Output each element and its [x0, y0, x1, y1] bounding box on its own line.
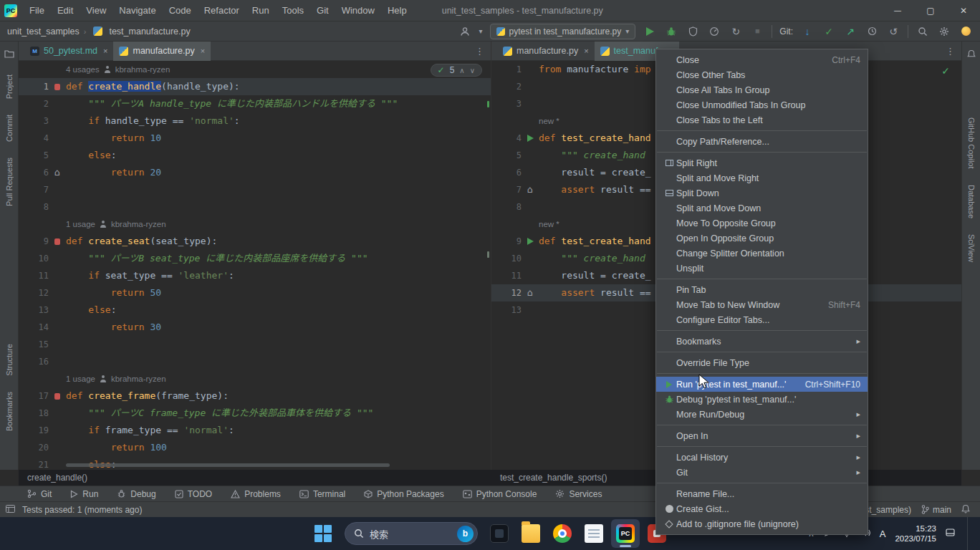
line-number[interactable]: 7 — [19, 181, 64, 198]
menubar-item-window[interactable]: Window — [335, 0, 381, 21]
close-tab-icon[interactable]: × — [103, 47, 107, 55]
code-line[interactable]: 9def create_seat(seat_type): — [19, 233, 491, 250]
status-message[interactable]: Tests passed: 1 (moments ago) — [22, 505, 142, 515]
breadcrumb-project[interactable]: unit_test_samples — [7, 26, 80, 37]
git-branch-widget[interactable]: main — [921, 505, 951, 515]
menu-item-change-splitter-orientation[interactable]: Change Splitter Orientation — [656, 246, 868, 261]
taskbar-clock[interactable]: 15:23 2023/07/15 — [895, 524, 936, 544]
line-number[interactable]: 11 — [491, 267, 537, 284]
run-test-icon[interactable] — [525, 133, 535, 143]
menu-item-move-tab-to-new-window[interactable]: Move Tab to New WindowShift+F4 — [656, 297, 868, 312]
rerun-icon[interactable]: ↻ — [729, 24, 743, 39]
plugin-notification-icon[interactable] — [959, 24, 973, 39]
taskbar-search[interactable]: 検索 b — [345, 522, 478, 545]
maximize-icon[interactable] — [914, 0, 947, 21]
line-number[interactable]: 9 — [491, 233, 537, 250]
tool-window-button-terminal[interactable]: Terminal — [299, 489, 345, 499]
profiler-button[interactable] — [707, 24, 721, 39]
line-number[interactable]: 8 — [491, 198, 537, 216]
notification-center-icon[interactable] — [946, 528, 955, 539]
editor-left[interactable]: ✓ 5 ∧ ∨ 4 usageskbrahma-ryzen1def create… — [19, 61, 491, 470]
menubar-item-code[interactable]: Code — [163, 0, 198, 21]
menu-item-close[interactable]: CloseCtrl+F4 — [656, 52, 868, 67]
tool-window-switcher-icon[interactable] — [6, 505, 15, 515]
code-line[interactable]: 17def create_frame(frame_type): — [19, 387, 491, 405]
menubar-item-navigate[interactable]: Navigate — [112, 0, 162, 21]
ime-indicator[interactable]: A — [880, 529, 886, 539]
code-line[interactable]: 7 — [19, 181, 491, 198]
line-number[interactable]: 1 — [19, 78, 64, 95]
stripe-item-project[interactable]: Project — [5, 74, 14, 99]
line-number[interactable]: 3 — [491, 95, 537, 112]
line-number[interactable]: 2 — [19, 95, 64, 112]
menu-item-git[interactable]: Git▸ — [656, 465, 868, 480]
code-line[interactable]: 1def create_handle(handle_type): — [19, 78, 491, 95]
project-folder-icon[interactable] — [4, 49, 15, 59]
menu-item-configure-editor-tabs[interactable]: Configure Editor Tabs... — [656, 312, 868, 327]
inlay-hint-row[interactable]: 4 usageskbrahma-ryzen — [19, 61, 491, 78]
menu-item-unsplit[interactable]: Unsplit — [656, 261, 868, 276]
line-number[interactable]: 4 — [19, 130, 64, 147]
menu-item-debug-pytest-in-test-manuf[interactable]: Debug 'pytest in test_manuf...' — [656, 392, 868, 407]
line-number[interactable]: 12 — [19, 284, 64, 301]
line-number[interactable]: 21 — [19, 456, 64, 470]
usages-hint[interactable]: new * — [539, 112, 559, 130]
taskbar-app-chrome[interactable] — [548, 519, 577, 548]
menu-item-split-and-move-down[interactable]: Split and Move Down — [656, 201, 868, 216]
close-tab-icon[interactable]: × — [584, 47, 588, 55]
rollback-icon[interactable]: ↺ — [886, 24, 900, 39]
line-number[interactable]: 13 — [491, 301, 537, 319]
stripe-item-database[interactable]: Database — [967, 185, 976, 218]
stripe-item-sciview[interactable]: SciView — [967, 234, 976, 262]
debug-button[interactable] — [664, 24, 678, 39]
breadcrumb-file[interactable]: test_manufacture.py — [109, 26, 190, 37]
next-issue-icon[interactable]: ∨ — [470, 67, 475, 74]
line-number[interactable]: 7⌂ — [491, 181, 537, 198]
line-number[interactable]: 6⌂ — [19, 164, 64, 181]
taskbar-app-file-explorer[interactable] — [517, 519, 545, 548]
tab-options-more-icon[interactable]: ⋮ — [475, 46, 485, 57]
code-line[interactable]: 6⌂ return 20 — [19, 164, 491, 181]
menu-item-local-history[interactable]: Local History▸ — [656, 450, 868, 465]
start-button[interactable] — [309, 519, 337, 548]
code-line[interactable]: 16 — [19, 353, 491, 370]
menubar-item-tools[interactable]: Tools — [276, 0, 310, 21]
tool-window-button-problems[interactable]: Problems — [231, 489, 281, 499]
line-number[interactable]: 18 — [19, 405, 64, 422]
stripe-item-commit[interactable]: Commit — [5, 115, 14, 142]
taskbar-app-task-view[interactable] — [485, 519, 514, 548]
code-line[interactable]: 14 return 30 — [19, 319, 491, 336]
taskbar-app-pycharm[interactable] — [611, 519, 640, 548]
taskbar-app-notepad[interactable] — [580, 519, 608, 548]
line-number[interactable]: 11 — [19, 267, 64, 284]
usages-hint[interactable]: 1 usage — [66, 370, 95, 387]
stripe-item-structure[interactable]: Structure — [5, 344, 14, 376]
menubar-item-view[interactable]: View — [80, 0, 112, 21]
menu-item-copy-path-reference[interactable]: Copy Path/Reference... — [656, 134, 868, 149]
code-line[interactable]: 10 """ パーツB seat_type に準じた内装部品座席を供給する ""… — [19, 250, 491, 267]
tool-window-button-run[interactable]: Run — [70, 489, 98, 499]
menu-item-close-tabs-to-the-left[interactable]: Close Tabs to the Left — [656, 112, 868, 127]
run-test-icon[interactable] — [525, 236, 535, 246]
menu-item-split-and-move-right[interactable]: Split and Move Right — [656, 170, 868, 185]
menu-item-override-file-type[interactable]: Override File Type — [656, 355, 868, 370]
notifications-bell-icon[interactable] — [961, 504, 970, 516]
stop-button[interactable]: ■ — [750, 24, 764, 39]
stripe-item-pull-requests[interactable]: Pull Requests — [5, 158, 14, 206]
inlay-hint-row[interactable]: 1 usagekbrahma-ryzen — [19, 216, 491, 233]
code-line[interactable]: 20 return 100 — [19, 439, 491, 456]
line-number[interactable]: 14 — [19, 319, 64, 336]
code-line[interactable]: 12 return 50 — [19, 284, 491, 301]
left-editor-breadcrumb[interactable]: create_handle() — [27, 473, 491, 483]
menu-item-add-to-gitignore-file-unignore[interactable]: Add to .gitignore file (unignore) — [656, 516, 868, 531]
code-line[interactable]: 4 return 10 — [19, 130, 491, 147]
line-number[interactable]: 12⌂ — [491, 284, 537, 301]
inlay-hint-row[interactable]: 1 usagekbrahma-ryzen — [19, 370, 491, 387]
tool-window-button-python-console[interactable]: Python Console — [463, 489, 537, 499]
usages-hint[interactable]: new * — [539, 216, 559, 233]
inspections-widget[interactable]: ✓ 5 ∧ ∨ — [431, 64, 482, 77]
close-tab-icon[interactable]: × — [201, 47, 205, 55]
editor-tab-50-pytest-md[interactable]: M50_pytest.md× — [24, 42, 113, 61]
code-line[interactable]: 8 — [19, 198, 491, 216]
menu-item-rename-file[interactable]: Rename File... — [656, 486, 868, 501]
